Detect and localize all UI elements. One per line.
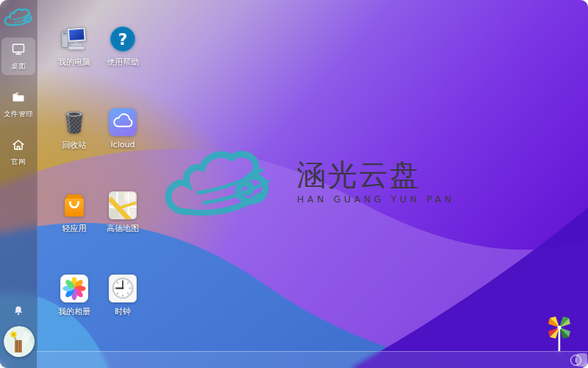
sidebar-item-file-manager[interactable]: 文件管理 [1, 85, 35, 123]
map-icon [109, 191, 137, 219]
desktop-icon-label: 时钟 [115, 306, 131, 317]
svg-text:?: ? [118, 30, 128, 49]
desktop-icon-label: 我的相册 [58, 306, 90, 317]
clock-icon [109, 275, 137, 302]
sidebar-item-desktop[interactable]: 桌面 [1, 38, 35, 75]
desktop-icon-photos[interactable]: 我的相册 [51, 275, 97, 330]
photos-flower-icon [60, 275, 88, 302]
folder-icon [11, 90, 26, 105]
desktop-icon-clock[interactable]: 时钟 [100, 275, 146, 330]
desktop-icon-label: icloud [111, 140, 135, 149]
recycle-bin-icon [60, 108, 88, 136]
desktop-icon-grid: 我的电脑 ? 使用帮助 [51, 25, 146, 330]
desktop-icon-icloud[interactable]: icloud [100, 108, 146, 164]
taskbar-right-button[interactable] [576, 353, 587, 367]
home-icon [11, 138, 26, 152]
plant-avatar [4, 326, 35, 357]
desktop-icon-my-computer[interactable]: 我的电脑 [51, 25, 97, 81]
desktop-icon-help[interactable]: ? 使用帮助 [100, 25, 146, 81]
icloud-icon [109, 108, 137, 136]
desktop-icon-label: 回收站 [62, 140, 87, 151]
desktop-monitor-icon [11, 42, 26, 57]
desktop-icon-recycle-bin[interactable]: 回收站 [51, 108, 97, 164]
user-avatar[interactable] [4, 326, 35, 357]
sidebar-item-official-site[interactable]: 官网 [1, 133, 35, 171]
notification-bell-icon[interactable] [0, 305, 37, 319]
taskbar: i [37, 351, 588, 368]
desktop-icon-amap[interactable]: 高德地图 [100, 191, 146, 247]
my-computer-icon [60, 25, 88, 53]
sidebar: 桌面 文件管理 官网 [0, 0, 37, 368]
pinwheel-icon[interactable] [545, 315, 574, 353]
sidebar-item-label: 桌面 [2, 61, 35, 71]
sidebar-item-label: 官网 [2, 157, 35, 166]
cloud-swirl-logo [4, 7, 33, 27]
desktop-icon-label: 轻应用 [62, 223, 87, 234]
app-store-bag-icon [60, 191, 88, 219]
sidebar-item-label: 文件管理 [2, 109, 35, 118]
help-question-icon: ? [109, 25, 137, 53]
desktop-icon-light-app[interactable]: 轻应用 [51, 191, 97, 247]
desktop-icon-label: 高德地图 [107, 223, 139, 234]
desktop-icon-label: 我的电脑 [58, 57, 90, 68]
desktop-icon-label: 使用帮助 [107, 57, 139, 68]
cloud-desktop-window: 涵光云盘 HAN GUANG YUN PAN 我的电脑 [0, 0, 588, 368]
